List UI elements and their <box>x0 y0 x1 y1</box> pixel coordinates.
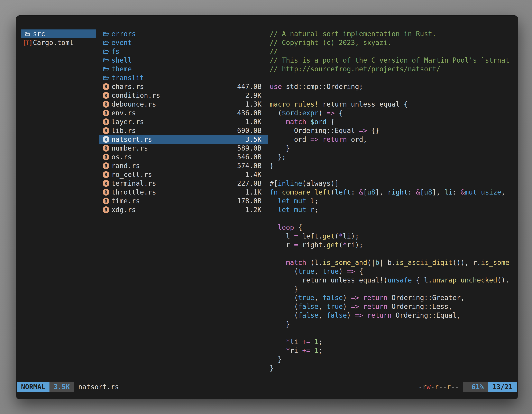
folder-row[interactable]: event <box>99 38 268 47</box>
code-line <box>270 328 517 337</box>
file-name: errors <box>111 30 262 38</box>
code-line: // http://sourcefrog.net/projects/natsor… <box>270 65 517 73</box>
code-line: } <box>270 161 517 170</box>
folder-row[interactable]: translit <box>99 73 268 82</box>
file-name: condition.rs <box>111 91 243 99</box>
rust-file-icon: R <box>103 110 109 116</box>
file-name: Cargo.toml <box>33 39 96 47</box>
file-row[interactable]: Rro_cell.rs1.4K <box>99 170 268 179</box>
code-line: } <box>270 144 517 153</box>
code-line: fn compare_left(left: &[u8], right: &[u8… <box>270 188 517 197</box>
rust-file-icon: R <box>103 206 109 213</box>
code-line: }; <box>270 153 517 161</box>
code-line: #[inline(always)] <box>270 179 517 188</box>
folder-row[interactable]: shell <box>99 56 268 65</box>
file-name: xdg.rs <box>111 206 243 214</box>
file-size: 1.2K <box>245 206 262 214</box>
file-row[interactable]: Rrand.rs574.0B <box>99 161 268 170</box>
code-line: ord => return ord, <box>270 135 517 144</box>
code-line: use std::cmp::Ordering; <box>270 82 517 91</box>
parent-pane: src[T]Cargo.toml <box>21 29 96 380</box>
mode-indicator: NORMAL <box>17 382 49 392</box>
file-name: ro_cell.rs <box>111 171 243 179</box>
file-row[interactable]: Rnumber.rs589.0B <box>99 144 268 153</box>
file-size: 1.0K <box>245 118 262 126</box>
file-name: number.rs <box>111 144 235 152</box>
file-name: translit <box>111 74 262 82</box>
file-size: 1.4K <box>245 171 262 179</box>
code-line: // A natural sort implementation in Rust… <box>270 29 517 38</box>
file-size: 3.5K <box>245 135 262 143</box>
code-line: match $ord { <box>270 117 517 126</box>
code-line: l = left.get(*li); <box>270 232 517 241</box>
rust-file-icon: R <box>103 118 109 125</box>
file-size: 589.0B <box>237 144 262 152</box>
desktop-background: src[T]Cargo.toml errorseventfsshelltheme… <box>0 0 532 414</box>
file-row[interactable]: Ros.rs546.0B <box>99 153 268 161</box>
status-bar: NORMAL 3.5K natsort.rs -rw-r--r-- 61% 13… <box>17 382 517 392</box>
file-row[interactable]: Renv.rs436.0B <box>99 109 268 117</box>
file-row[interactable]: [T]Cargo.toml <box>21 38 96 47</box>
file-name: layer.rs <box>111 118 243 126</box>
pane-divider-right <box>268 29 268 380</box>
folder-open-icon <box>103 66 109 73</box>
file-row[interactable]: Rthrottle.rs1.1K <box>99 188 268 197</box>
rust-file-icon: R <box>103 198 109 204</box>
file-size-badge: 3.5K <box>49 382 74 392</box>
code-line <box>270 249 517 258</box>
rust-file-icon: R <box>103 145 109 152</box>
folder-row[interactable]: fs <box>99 47 268 56</box>
file-row[interactable]: Rnatsort.rs3.5K <box>99 135 268 144</box>
code-line: *ri += 1; <box>270 346 517 355</box>
folder-row[interactable]: src <box>21 29 96 38</box>
file-row[interactable]: Rxdg.rs1.2K <box>99 205 268 214</box>
file-name: theme <box>111 65 262 73</box>
file-name: src <box>33 30 96 38</box>
code-line: match (l.is_some_and(|b| b.is_ascii_digi… <box>270 258 517 267</box>
file-size: 2.9K <box>245 91 262 99</box>
file-row[interactable]: Rlayer.rs1.0K <box>99 117 268 126</box>
folder-open-icon <box>103 57 109 64</box>
code-line: macro_rules! return_unless_equal { <box>270 100 517 109</box>
rust-file-icon: R <box>103 189 109 196</box>
file-name: terminal.rs <box>111 179 235 187</box>
file-permissions: -rw-r--r-- <box>418 382 459 392</box>
code-line <box>270 91 517 100</box>
file-size: 690.0B <box>237 127 262 135</box>
code-line: ($ord:expr) => { <box>270 109 517 117</box>
file-row[interactable]: Rcondition.rs2.9K <box>99 91 268 100</box>
file-name: chars.rs <box>111 83 235 91</box>
folder-row[interactable]: errors <box>99 29 268 38</box>
file-row[interactable]: Rtime.rs178.0B <box>99 197 268 205</box>
current-pane: errorseventfsshellthemetranslitRchars.rs… <box>99 29 268 380</box>
file-row[interactable]: Rterminal.rs227.0B <box>99 179 268 188</box>
code-line: *li += 1; <box>270 337 517 346</box>
file-name: os.rs <box>111 153 235 161</box>
file-name: event <box>111 39 262 47</box>
rust-file-icon: R <box>103 180 109 187</box>
rust-file-icon: R <box>103 136 109 143</box>
status-filename: natsort.rs <box>78 382 119 392</box>
folder-open-icon <box>103 39 109 46</box>
rust-file-icon: R <box>103 154 109 161</box>
code-line: } <box>270 320 517 328</box>
toml-file-icon: [T] <box>24 39 31 46</box>
rust-file-icon: R <box>103 83 109 90</box>
code-line <box>270 214 517 223</box>
file-name: rand.rs <box>111 162 235 170</box>
file-row[interactable]: Rlib.rs690.0B <box>99 126 268 135</box>
file-name: time.rs <box>111 197 235 205</box>
file-size: 1.1K <box>245 188 262 196</box>
code-line: // This is a port of the C version of Ma… <box>270 56 517 65</box>
file-name: debounce.rs <box>111 100 243 108</box>
preview-pane[interactable]: // A natural sort implementation in Rust… <box>269 29 517 380</box>
folder-row[interactable]: theme <box>99 65 268 73</box>
file-row[interactable]: Rchars.rs447.0B <box>99 82 268 91</box>
file-row[interactable]: Rdebounce.rs1.3K <box>99 100 268 109</box>
code-line: // Copyright (c) 2023, sxyazi. <box>270 38 517 47</box>
file-size: 1.3K <box>245 100 262 108</box>
pane-divider-left <box>96 29 96 380</box>
code-line: (true, true) => { <box>270 267 517 276</box>
rust-file-icon: R <box>103 101 109 108</box>
file-name: env.rs <box>111 109 235 117</box>
